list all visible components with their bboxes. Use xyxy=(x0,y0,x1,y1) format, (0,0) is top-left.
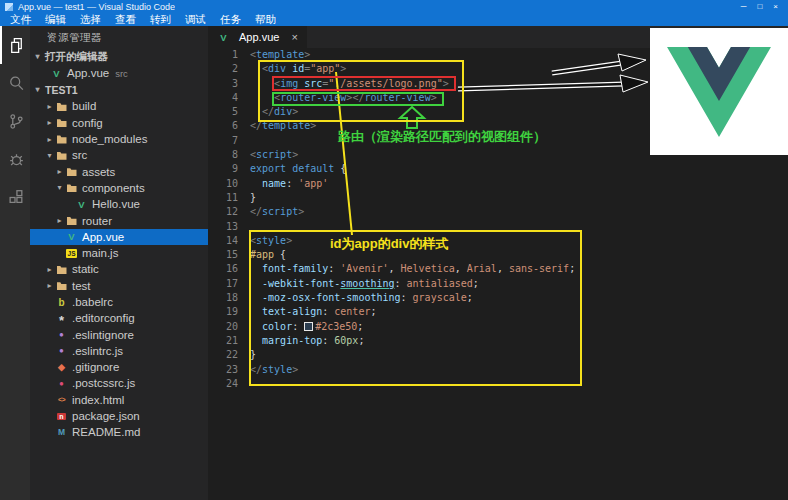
code-line[interactable]: 21 margin-top: 60px; xyxy=(208,334,788,348)
open-editor-detail: src xyxy=(115,68,128,79)
menu-文件[interactable]: 文件 xyxy=(3,13,38,27)
tree-item-node_modules[interactable]: ▸node_modules xyxy=(30,131,208,147)
tree-item-build[interactable]: ▸build xyxy=(30,98,208,114)
menu-选择[interactable]: 选择 xyxy=(73,13,108,27)
tree-item-config[interactable]: ▸config xyxy=(30,115,208,131)
line-number: 12 xyxy=(208,205,250,219)
menu-查看[interactable]: 查看 xyxy=(108,13,143,27)
tree-item-test[interactable]: ▸test xyxy=(30,278,208,294)
code-line[interactable]: 22} xyxy=(208,348,788,362)
tree-item-src[interactable]: ▾src xyxy=(30,147,208,163)
eslint-icon xyxy=(55,329,68,341)
folder-icon xyxy=(55,149,68,161)
menu-bar: 文件编辑选择查看转到调试任务帮助 xyxy=(0,13,788,26)
line-number: 20 xyxy=(208,320,250,334)
tree-item-index.html[interactable]: index.html xyxy=(30,392,208,408)
open-editors-section[interactable]: ▾ 打开的编辑器 xyxy=(30,48,208,65)
code-line[interactable]: 18 -moz-osx-font-smoothing: grayscale; xyxy=(208,291,788,305)
debug-icon[interactable] xyxy=(0,140,30,178)
code-line[interactable]: 20 color: #2c3e50; xyxy=(208,320,788,334)
open-editors-list: App.vuesrc xyxy=(30,65,208,81)
tree-item-main.js[interactable]: main.js xyxy=(30,245,208,261)
tree-item-label: App.vue xyxy=(82,231,124,243)
tree-item-label: components xyxy=(82,182,145,194)
tree-item-label: test xyxy=(72,280,91,292)
code-line[interactable]: 23</style> xyxy=(208,363,788,377)
folder-icon xyxy=(65,182,78,194)
postcss-icon xyxy=(55,377,68,389)
code-line[interactable]: 19 text-align: center; xyxy=(208,305,788,319)
menu-任务[interactable]: 任务 xyxy=(213,13,248,27)
line-number: 1 xyxy=(208,48,250,62)
explorer-icon[interactable] xyxy=(0,26,30,64)
line-number: 5 xyxy=(208,105,250,119)
project-root-section[interactable]: ▾ TEST1 xyxy=(30,81,208,98)
babel-icon xyxy=(55,296,68,308)
tree-item-label: Hello.vue xyxy=(92,198,140,210)
tree-item-.eslintrc.js[interactable]: .eslintrc.js xyxy=(30,343,208,359)
chevron-right-icon: ▸ xyxy=(44,281,55,290)
menu-调试[interactable]: 调试 xyxy=(178,13,213,27)
source-control-icon[interactable] xyxy=(0,102,30,140)
tree-item-assets[interactable]: ▸assets xyxy=(30,163,208,179)
line-number: 14 xyxy=(208,234,250,248)
tree-item-components[interactable]: ▾components xyxy=(30,180,208,196)
code-line[interactable]: 24 xyxy=(208,377,788,391)
code-line[interactable]: 12</script> xyxy=(208,205,788,219)
vue-file-icon xyxy=(217,31,230,43)
line-number: 18 xyxy=(208,291,250,305)
line-number: 21 xyxy=(208,334,250,348)
tree-item-.postcssrc.js[interactable]: .postcssrc.js xyxy=(30,375,208,391)
menu-帮助[interactable]: 帮助 xyxy=(248,13,283,27)
js-icon xyxy=(65,247,78,259)
folder-icon xyxy=(55,263,68,275)
minimize-icon[interactable]: ─ xyxy=(741,2,747,11)
tab-close-icon[interactable]: × xyxy=(291,31,297,43)
tree-item-.gitignore[interactable]: .gitignore xyxy=(30,359,208,375)
code-line[interactable]: 17 -webkit-font-smoothing: antialiased; xyxy=(208,277,788,291)
menu-编辑[interactable]: 编辑 xyxy=(38,13,73,27)
code-line[interactable]: 9export default { xyxy=(208,162,788,176)
tree-item-Hello.vue[interactable]: Hello.vue xyxy=(30,196,208,212)
tree-item-.eslintignore[interactable]: .eslintignore xyxy=(30,326,208,342)
tree-item-App.vue[interactable]: App.vue xyxy=(30,229,208,245)
code-line[interactable]: 14<style> xyxy=(208,234,788,248)
close-icon[interactable]: × xyxy=(773,2,778,11)
search-icon[interactable] xyxy=(0,64,30,102)
explorer-sidebar: 资源管理器 ▾ 打开的编辑器 App.vuesrc ▾ TEST1 ▸build… xyxy=(30,26,208,500)
tree-item-label: assets xyxy=(82,166,115,178)
code-line[interactable]: 16 font-family: 'Avenir', Helvetica, Ari… xyxy=(208,262,788,276)
vue-logo-panel xyxy=(650,28,788,155)
line-number: 4 xyxy=(208,91,250,105)
tree-item-label: src xyxy=(72,149,87,161)
code-line[interactable]: 13 xyxy=(208,220,788,234)
chevron-right-icon: ▸ xyxy=(54,167,65,176)
code-line[interactable]: 11} xyxy=(208,191,788,205)
tree-item-router[interactable]: ▸router xyxy=(30,212,208,228)
line-content: <router-view></router-view> xyxy=(250,91,437,105)
folder-icon xyxy=(65,166,78,178)
line-content: -webkit-font-smoothing: antialiased; xyxy=(250,277,479,291)
tab-app-vue[interactable]: App.vue × xyxy=(208,26,307,48)
menu-转到[interactable]: 转到 xyxy=(143,13,178,27)
line-content: } xyxy=(250,348,256,362)
extensions-icon[interactable] xyxy=(0,178,30,216)
code-line[interactable]: 15#app { xyxy=(208,248,788,262)
tree-item-label: index.html xyxy=(72,394,124,406)
maximize-icon[interactable]: □ xyxy=(757,2,762,11)
code-line[interactable]: 10 name: 'app' xyxy=(208,177,788,191)
line-content: </style> xyxy=(250,363,298,377)
line-number: 10 xyxy=(208,177,250,191)
open-editor-App.vue[interactable]: App.vuesrc xyxy=(30,65,208,81)
tree-item-static[interactable]: ▸static xyxy=(30,261,208,277)
tree-item-.editorconfig[interactable]: .editorconfig xyxy=(30,310,208,326)
tree-item-.babelrc[interactable]: .babelrc xyxy=(30,294,208,310)
color-swatch-icon[interactable] xyxy=(304,322,313,331)
folder-icon xyxy=(55,133,68,145)
line-number: 6 xyxy=(208,119,250,133)
tree-item-label: .editorconfig xyxy=(72,312,135,324)
chevron-down-icon: ▾ xyxy=(30,52,45,61)
tree-item-package.json[interactable]: package.json xyxy=(30,408,208,424)
line-number: 7 xyxy=(208,134,250,148)
tree-item-README.md[interactable]: README.md xyxy=(30,424,208,440)
